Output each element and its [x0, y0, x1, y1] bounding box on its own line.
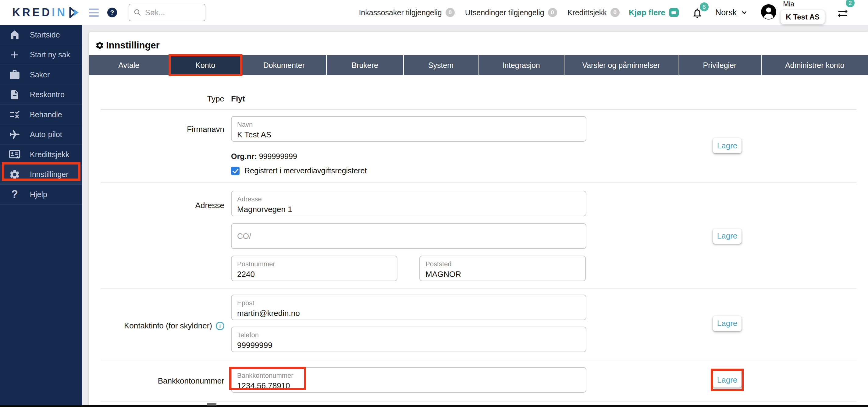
logo-text: KREDIN [12, 6, 67, 19]
stat-utsendinger: Utsendinger tilgjengelig 0 [465, 8, 557, 17]
company-name-field[interactable]: Navn K Test AS [231, 116, 586, 142]
sidebar-item-reskontro[interactable]: Reskontro [0, 85, 82, 105]
field-value: MAGNOR [426, 270, 461, 279]
co-field[interactable]: CO/ [231, 223, 586, 249]
save-bank-button[interactable]: Lagre [713, 372, 742, 387]
document-icon [8, 89, 21, 100]
sidebar-item-label: Start ny sak [30, 50, 70, 59]
field-label: Postnummer [237, 260, 275, 268]
home-icon [8, 29, 21, 40]
vat-row: Registrert i merverdiavgiftsregisteret [231, 166, 586, 175]
sidebar-item-kredittsjekk[interactable]: Kredittsjekk [0, 145, 82, 165]
field-value: Magnorvegen 1 [237, 205, 292, 214]
tab-label: Varsler og påminnelser [582, 61, 660, 70]
stat-count-badge: 0 [445, 8, 455, 17]
type-label: Type [89, 75, 231, 109]
avatar[interactable] [761, 4, 776, 21]
stat-label: Utsendinger tilgjengelig [465, 8, 544, 17]
tab-brukere[interactable]: Brukere [327, 55, 404, 75]
tab-konto[interactable]: Konto [169, 55, 242, 75]
sidebar-item-auto-pilot[interactable]: Auto-pilot [0, 125, 82, 145]
tab-dokumenter[interactable]: Dokumenter [242, 55, 327, 75]
tab-administrer-konto[interactable]: Administrer konto [762, 55, 868, 75]
poststed-field[interactable]: Poststed MAGNOR [420, 256, 586, 281]
stat-label: Kredittsjekk [567, 8, 607, 17]
topbar-right: Inkassosaker tilgjengelig 0 Utsendinger … [348, 1, 868, 24]
bankkonto-field[interactable]: Bankkontonummer 1234.56.78910 [231, 367, 586, 393]
card-header: Innstillinger [89, 32, 868, 55]
save-kontaktinfo-button[interactable]: Lagre [713, 316, 742, 331]
airplane-icon [8, 129, 21, 140]
field-value: martin@kredin.no [237, 309, 300, 318]
section-type: Type Flyt [89, 75, 868, 109]
sidebar-item-hjelp[interactable]: ? Hjelp [0, 185, 82, 205]
field-label: Telefon [237, 331, 259, 339]
settings-card: Innstillinger Avtale Konto Dokumenter Br… [89, 32, 868, 407]
tab-integrasjon[interactable]: Integrasjon [478, 55, 564, 75]
sidebar-item-start-ny-sak[interactable]: Start ny sak [0, 45, 82, 65]
sidebar-item-label: Hjelp [30, 190, 47, 199]
notifications-button[interactable]: 6 [691, 7, 703, 20]
save-adresse-button[interactable]: Lagre [713, 228, 742, 244]
buy-more-button[interactable]: Kjøp flere [629, 8, 679, 18]
field-label: Poststed [426, 260, 452, 268]
buy-more-label: Kjøp flere [629, 8, 665, 18]
field-label: Navn [237, 121, 253, 129]
search-box[interactable] [129, 4, 206, 21]
section-kontaktinfo: Kontaktinfo (for skyldner) i Epost marti… [89, 289, 868, 360]
switch-account-button[interactable]: 2 [837, 8, 848, 21]
save-firmanavn-button[interactable]: Lagre [713, 138, 742, 153]
sidebar-item-label: Saker [30, 70, 50, 79]
user-block: Mia K Test AS [780, 0, 825, 24]
help-icon[interactable]: ? [107, 8, 117, 18]
sidebar-item-startside[interactable]: Startside [0, 25, 82, 45]
tab-label: Brukere [351, 61, 378, 70]
tab-label: Privilegier [703, 61, 737, 70]
briefcase-icon [8, 69, 21, 81]
tab-label: Konto [195, 61, 215, 70]
sidebar-item-label: Auto-pilot [30, 130, 62, 139]
field-placeholder: CO/ [237, 231, 251, 241]
tab-label: System [428, 61, 454, 70]
stat-count-badge: 0 [548, 8, 557, 17]
tab-avtale[interactable]: Avtale [89, 55, 169, 75]
field-value: 1234.56.78910 [237, 381, 290, 390]
sidebar-item-saker[interactable]: Saker [0, 65, 82, 85]
orgnr-value: 999999999 [259, 152, 297, 161]
sidebar-item-behandle[interactable]: Behandle [0, 105, 82, 125]
firmanavn-label: Firmanavn [89, 116, 231, 175]
adresse-label: Adresse [89, 191, 231, 281]
checklist-icon [8, 109, 21, 120]
vat-label: Registrert i merverdiavgiftsregisteret [244, 166, 367, 175]
postnummer-field[interactable]: Postnummer 2240 [231, 256, 397, 281]
section-bank: Bankkontonummer Bankkontonummer 1234.56.… [89, 361, 868, 402]
epost-field[interactable]: Epost martin@kredin.no [231, 294, 586, 320]
tab-varsler-og-paminnelser[interactable]: Varsler og påminnelser [564, 55, 679, 75]
tab-label: Avtale [118, 61, 139, 70]
topbar: KREDIN ? Inkassosaker tilgjengelig 0 Uts… [0, 0, 868, 25]
tab-privilegier[interactable]: Privilegier [678, 55, 761, 75]
page-title: Innstillinger [106, 40, 160, 51]
stat-count-badge: 0 [611, 8, 620, 17]
divider [100, 402, 857, 402]
info-icon[interactable]: i [216, 322, 224, 330]
settings-gear-icon [95, 41, 104, 50]
vat-checkbox[interactable] [231, 167, 240, 175]
address-field[interactable]: Adresse Magnorvegen 1 [231, 191, 586, 216]
gear-icon [8, 169, 21, 180]
type-value: Flyt [231, 75, 586, 109]
telefon-field[interactable]: Telefon 99999999 [231, 326, 586, 352]
sidebar-item-innstillinger[interactable]: Innstillinger [0, 165, 82, 185]
language-selector[interactable]: Norsk [715, 8, 748, 18]
sidebar: Startside Start ny sak Saker Reskontro B… [0, 25, 82, 407]
section-adresse: Adresse Adresse Magnorvegen 1 CO/ Postnu… [89, 183, 868, 288]
orgnr-row: Org.nr: 999999999 [231, 152, 586, 161]
tab-system[interactable]: System [404, 55, 479, 75]
user-name: Mia [783, 0, 794, 8]
search-icon [133, 8, 142, 17]
stat-label: Inkassosaker tilgjengelig [359, 8, 442, 17]
plus-icon [8, 49, 21, 61]
kredin-logo[interactable]: KREDIN [12, 6, 80, 19]
menu-icon[interactable] [89, 7, 99, 19]
search-input[interactable] [145, 8, 200, 17]
